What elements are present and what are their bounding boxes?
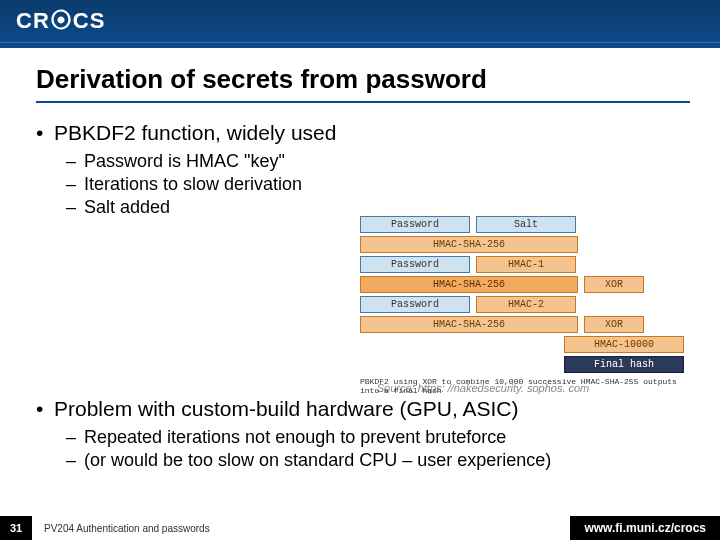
dg-hmac: HMAC-SHA-256	[360, 316, 578, 333]
bullet-2-text: Problem with custom-build hardware (GPU,…	[54, 397, 519, 420]
course-title: PV204 Authentication and passwords	[32, 523, 570, 534]
dg-salt: Salt	[476, 216, 576, 233]
sub-item: Password is HMAC "key"	[54, 151, 690, 172]
dg-hmac: HMAC-SHA-256	[360, 276, 578, 293]
footer: 31 PV204 Authentication and passwords ww…	[0, 516, 720, 540]
dg-final: Final hash	[564, 356, 684, 373]
diagram-caption: PBKDF2 using XOR to combine 10,000 succe…	[360, 377, 690, 395]
slide-content: Derivation of secrets from password PBKD…	[0, 48, 720, 471]
bullet-1-text: PBKDF2 function, widely used	[54, 121, 336, 144]
dg-password: Password	[360, 296, 470, 313]
bullet-2-sublist: Repeated iterations not enough to preven…	[54, 427, 690, 471]
sub-item: Repeated iterations not enough to preven…	[54, 427, 690, 448]
slide-title: Derivation of secrets from password	[36, 64, 690, 103]
dg-password: Password	[360, 256, 470, 273]
sub-item: (or would be too slow on standard CPU – …	[54, 450, 690, 471]
pbkdf2-diagram: Password Salt HMAC-SHA-256 Password HMAC…	[360, 216, 690, 395]
bullet-1: PBKDF2 function, widely used Password is…	[36, 121, 690, 218]
dg-hmac10000: HMAC-10000	[564, 336, 684, 353]
dg-hmac: HMAC-SHA-256	[360, 236, 578, 253]
header-bar: CR⦿CS	[0, 0, 720, 42]
dg-xor: XOR	[584, 316, 644, 333]
bullet-list: PBKDF2 function, widely used Password is…	[36, 121, 690, 218]
footer-url: www.fi.muni.cz/crocs	[570, 516, 720, 540]
sub-item: Salt added	[54, 197, 690, 218]
dg-xor: XOR	[584, 276, 644, 293]
dg-hmac1: HMAC-1	[476, 256, 576, 273]
bullet-1-sublist: Password is HMAC "key" Iterations to slo…	[54, 151, 690, 218]
bullet-list-2: Problem with custom-build hardware (GPU,…	[36, 397, 690, 471]
page-number: 31	[0, 516, 32, 540]
logo: CR⦿CS	[16, 8, 105, 34]
dg-password: Password	[360, 216, 470, 233]
bullet-2: Problem with custom-build hardware (GPU,…	[36, 397, 690, 471]
sub-item: Iterations to slow derivation	[54, 174, 690, 195]
dg-hmac2: HMAC-2	[476, 296, 576, 313]
